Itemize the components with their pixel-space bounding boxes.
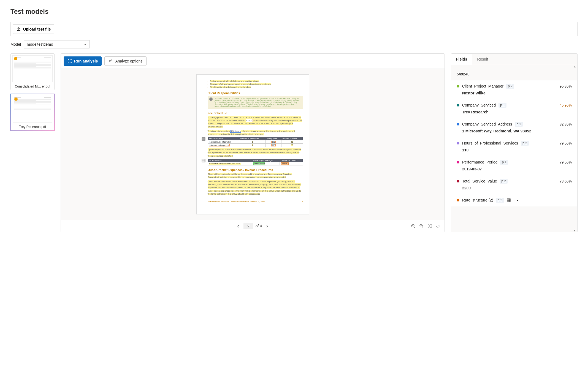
svg-rect-1 <box>202 159 205 162</box>
svg-rect-4 <box>507 199 510 202</box>
viewer-toolbar: Run analysis Analyze options <box>61 54 445 69</box>
field-color-dot <box>457 85 459 88</box>
scroll-up-icon: ▲ <box>451 65 577 68</box>
field-item[interactable]: Company_Serviced_Address p.1 82.80% 1 Mi… <box>451 118 577 137</box>
field-value: Nestor Wilke <box>457 91 572 95</box>
field-value: 1 Microsoft Way, Redmond, WA 98052 <box>457 129 572 133</box>
thumbnail-name: Consolidated M… er.pdf <box>12 84 53 89</box>
field-page-badge: p.1 <box>500 160 508 165</box>
field-item[interactable]: Rate_structure (2) p.2 <box>451 194 577 206</box>
tab-fields[interactable]: Fields <box>451 54 472 65</box>
field-confidence: 73.60% <box>560 179 572 183</box>
upload-icon <box>17 27 21 31</box>
zoom-out-icon <box>419 224 424 228</box>
field-page-badge: p.2 <box>506 84 514 89</box>
model-select[interactable]: modeltestdemo <box>24 40 90 48</box>
prev-page-button[interactable] <box>235 223 241 229</box>
field-list[interactable]: 549240 Client_Project_Manager p.2 95.30%… <box>451 68 577 229</box>
field-item[interactable]: Performance_Period p.1 79.50% 2019-03-07 <box>451 156 577 175</box>
field-top-value: 549240 <box>451 68 577 80</box>
thumbnail-name: Trey Research.pdf <box>13 124 52 130</box>
field-name: Client_Project_Manager <box>462 84 503 88</box>
svg-rect-0 <box>202 138 205 141</box>
upload-bar: Upload test file <box>10 22 578 36</box>
field-confidence: 79.50% <box>560 160 572 164</box>
field-page-badge: p.2 <box>496 198 504 203</box>
chevron-down-icon <box>83 43 87 46</box>
scan-icon <box>67 59 72 63</box>
field-color-dot <box>457 180 459 182</box>
field-value: Trey Research <box>457 110 572 114</box>
field-confidence: 95.30% <box>560 84 572 88</box>
field-color-dot <box>457 123 459 126</box>
results-panel: Fields Result ▲ 549240 Client_Project_Ma… <box>451 53 578 232</box>
table-icon <box>507 198 511 202</box>
run-analysis-label: Run analysis <box>74 59 98 63</box>
field-name: Company_Serviced_Address <box>462 122 512 126</box>
fit-icon <box>427 224 432 228</box>
thumbnail-item[interactable]: Trey Research.pdf <box>10 94 55 131</box>
scroll-down-icon: ▼ <box>451 229 577 232</box>
field-item[interactable]: Company_Serviced p.1 45.90% Trey Researc… <box>451 99 577 118</box>
tabs: Fields Result <box>451 54 577 65</box>
model-selected: modeltestdemo <box>27 42 53 47</box>
field-name: Performance_Period <box>462 160 497 164</box>
rotate-icon <box>436 224 440 228</box>
thumbnail-list: Consolidated M… er.pdf Trey Research.pdf <box>10 53 55 232</box>
field-color-dot <box>457 161 459 164</box>
rate-table: Item DescriptionNumber of ResourcesHourl… <box>208 137 303 147</box>
field-name: Company_Serviced <box>462 103 496 107</box>
info-note: Pursuant to and in conformance with any … <box>208 96 303 109</box>
page-number-input[interactable] <box>243 223 253 229</box>
field-item[interactable]: Hours_of_Professional_Serviecs p.2 79.50… <box>451 137 577 156</box>
document-viewer: Run analysis Analyze options Performance… <box>61 53 445 232</box>
thumbnail-preview <box>13 96 52 123</box>
page-title: Test models <box>10 8 578 15</box>
tab-result[interactable]: Result <box>472 54 493 65</box>
field-value: 110 <box>457 148 572 152</box>
thumbnail-item[interactable]: Consolidated M… er.pdf <box>10 53 55 90</box>
field-item[interactable]: Client_Project_Manager p.2 95.30% Nestor… <box>451 80 577 99</box>
field-name: Rate_structure (2) <box>462 198 493 202</box>
table-icon <box>202 159 205 163</box>
fit-button[interactable] <box>427 223 432 229</box>
field-color-dot <box>457 199 459 201</box>
field-value: 2200 <box>457 186 572 190</box>
upload-test-file-button[interactable]: Upload test file <box>13 24 54 34</box>
upload-label: Upload test file <box>23 27 51 31</box>
rotate-button[interactable] <box>435 223 441 229</box>
sliders-icon <box>109 59 113 63</box>
field-page-badge: p.1 <box>515 122 523 127</box>
field-color-dot <box>457 142 459 145</box>
field-confidence: 45.90% <box>560 103 572 107</box>
zoom-in-icon <box>411 224 415 228</box>
status-dot-icon <box>14 97 18 101</box>
analyze-options-label: Analyze options <box>115 59 142 63</box>
field-item[interactable]: Total_Service_Value p.2 73.60% 2200 <box>451 175 577 194</box>
chevron-left-icon <box>236 224 240 228</box>
page-footer: Statement of Work for Contoso Electronic… <box>208 200 303 203</box>
field-page-badge: p.2 <box>521 141 529 146</box>
billing-table: Bill To/AddressClient Project ManagerCli… <box>208 159 303 165</box>
analyze-options-button[interactable]: Analyze options <box>104 56 147 66</box>
field-confidence: 82.80% <box>560 122 572 126</box>
expand-icon[interactable] <box>516 198 519 202</box>
zoom-in-button[interactable] <box>410 223 416 229</box>
field-name: Hours_of_Professional_Serviecs <box>462 141 518 145</box>
field-confidence: 79.50% <box>560 141 572 145</box>
thumbnail-preview <box>12 55 53 82</box>
viewer-footer: of 4 <box>61 220 445 232</box>
zoom-out-button[interactable] <box>419 223 424 229</box>
model-label: Model <box>10 42 21 47</box>
chevron-right-icon <box>265 224 269 228</box>
chevron-down-icon <box>516 198 519 202</box>
run-analysis-button[interactable]: Run analysis <box>64 56 102 66</box>
field-page-badge: p.2 <box>500 179 508 184</box>
field-value: 2019-03-07 <box>457 167 572 171</box>
field-page-badge: p.1 <box>498 103 506 108</box>
document-scroll-area[interactable]: Performance of all installations and con… <box>61 69 445 220</box>
next-page-button[interactable] <box>264 223 270 229</box>
page-total-label: of 4 <box>256 224 262 228</box>
status-dot-icon <box>14 57 17 60</box>
field-name: Total_Service_Value <box>462 179 497 183</box>
